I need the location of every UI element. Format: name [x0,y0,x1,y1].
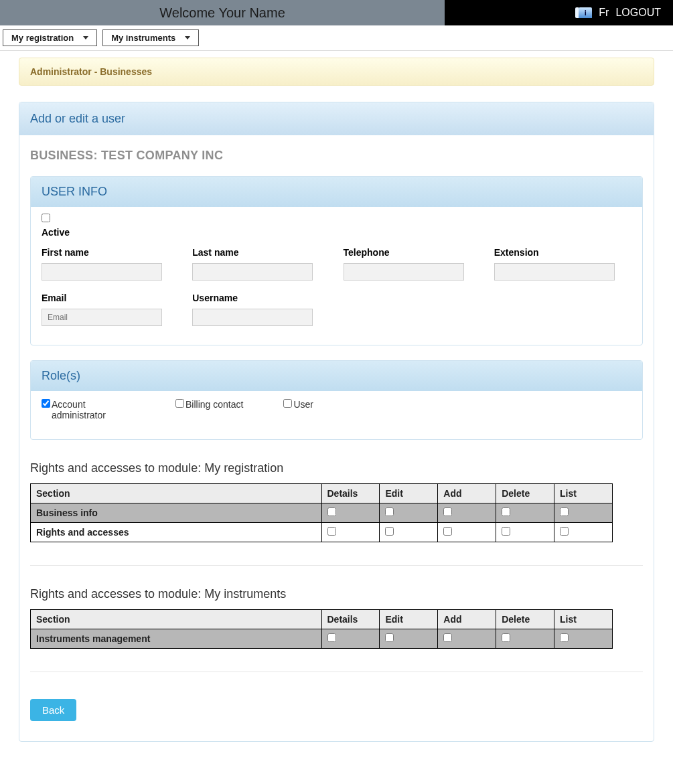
perm-checkbox[interactable] [327,507,336,516]
perm-checkbox[interactable] [443,527,452,536]
info-book-icon[interactable]: i [579,7,592,18]
role-checkbox[interactable] [175,399,184,408]
user-info-panel: USER INFO Active First name Last name [30,176,643,345]
col-add: Add [438,484,496,503]
perm-checkbox[interactable] [327,527,336,536]
business-title: BUSINESS: TEST COMPANY INC [30,149,643,163]
menu-label: My registration [11,33,74,43]
perm-checkbox[interactable] [502,633,510,642]
table-row: Business info [31,503,613,523]
role-checkbox[interactable] [42,399,50,408]
telephone-label: Telephone [344,247,481,258]
table-row: Instruments management [31,629,613,649]
role-checkbox[interactable] [283,399,292,408]
col-section: Section [31,610,322,629]
menu-my-instruments[interactable]: My instruments [102,29,199,46]
col-edit: Edit [380,610,438,629]
back-button[interactable]: Back [30,699,76,721]
perm-checkbox[interactable] [502,527,510,536]
perm-checkbox[interactable] [327,633,336,642]
menu-label: My instruments [111,33,175,43]
perm-checkbox[interactable] [385,527,394,536]
roles-header: Role(s) [31,361,642,391]
rights2-title: Rights and accesses to module: My instru… [30,587,643,601]
extension-field[interactable] [494,263,615,281]
logout-link[interactable]: LOGOUT [615,7,661,19]
rights2-table: Section Details Edit Add Delete List Ins… [30,609,613,649]
perm-checkbox[interactable] [385,633,394,642]
language-link[interactable]: Fr [599,7,609,19]
last-name-field[interactable] [192,263,313,281]
user-edit-panel: Add or edit a user BUSINESS: TEST COMPAN… [19,102,654,742]
col-delete: Delete [496,610,554,629]
col-section: Section [31,484,322,503]
role-user[interactable]: User [283,399,313,420]
role-account-admin[interactable]: Account administrator [42,399,135,420]
perm-checkbox[interactable] [443,507,452,516]
main-menu-bar: My registration My instruments [0,25,673,51]
breadcrumb: Administrator - Businesses [19,58,654,86]
col-details: Details [321,610,380,629]
first-name-field[interactable] [42,263,162,281]
rights1-title: Rights and accesses to module: My regist… [30,461,643,475]
table-row: Rights and accesses [31,523,613,542]
welcome-banner: Welcome Your Name [0,0,445,25]
active-label: Active [42,227,631,238]
menu-my-registration[interactable]: My registration [3,29,97,46]
perm-checkbox[interactable] [502,507,510,516]
username-label: Username [192,293,329,303]
panel-title: Add or edit a user [19,102,654,135]
roles-panel: Role(s) Account administrator Billing co… [30,360,643,440]
email-label: Email [42,293,179,303]
user-info-header: USER INFO [31,177,642,207]
col-details: Details [321,484,380,503]
email-field[interactable] [42,309,162,326]
col-delete: Delete [496,484,554,503]
extension-label: Extension [494,247,631,258]
perm-checkbox[interactable] [560,527,569,536]
chevron-down-icon [185,36,190,40]
rights1-table: Section Details Edit Add Delete List Bus… [30,483,613,542]
first-name-label: First name [42,247,179,258]
chevron-down-icon [83,36,88,40]
col-add: Add [438,610,496,629]
perm-checkbox[interactable] [560,507,569,516]
perm-checkbox[interactable] [385,507,394,516]
col-list: List [554,484,613,503]
role-billing-contact[interactable]: Billing contact [175,399,243,420]
last-name-label: Last name [192,247,329,258]
telephone-field[interactable] [344,263,464,281]
username-field[interactable] [192,309,313,326]
perm-checkbox[interactable] [560,633,569,642]
col-list: List [554,610,613,629]
perm-checkbox[interactable] [443,633,452,642]
col-edit: Edit [380,484,438,503]
active-checkbox[interactable] [42,214,50,222]
